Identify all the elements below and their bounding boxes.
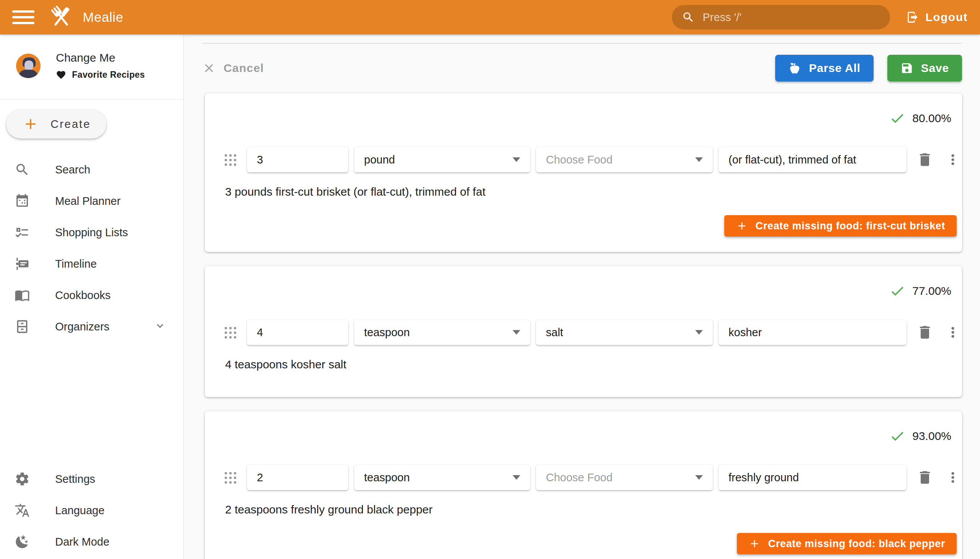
dropdown-arrow-icon — [695, 475, 703, 480]
drag-handle-icon[interactable] — [223, 471, 237, 485]
more-options-button[interactable] — [945, 470, 961, 486]
logout-label: Logout — [925, 11, 968, 24]
sidebar-item-label: Timeline — [55, 258, 97, 270]
drag-handle-icon[interactable] — [223, 326, 237, 339]
unit-select[interactable]: teaspoon — [354, 320, 530, 345]
sidebar-item-label: Language — [55, 504, 104, 517]
menu-icon[interactable] — [12, 10, 35, 24]
ingredient-card: 93.00% teaspoon Choose Food — [205, 411, 962, 559]
note-input[interactable] — [719, 320, 907, 345]
food-placeholder: Choose Food — [546, 154, 613, 166]
delete-ingredient-button[interactable] — [916, 324, 933, 341]
book-icon — [15, 288, 30, 303]
dropdown-arrow-icon — [512, 157, 520, 162]
create-missing-food-button[interactable]: Create missing food: first-cut brisket — [724, 215, 957, 237]
sidebar-footer-nav: Settings Language Dark Mode — [0, 463, 183, 559]
sidebar-item-label: Search — [55, 164, 90, 176]
ingredient-card-list: 80.00% pound Choose Food — [205, 93, 962, 559]
unit-select[interactable]: teaspoon — [354, 465, 530, 490]
drag-handle-icon[interactable] — [223, 153, 237, 167]
save-button[interactable]: Save — [887, 55, 962, 81]
save-label: Save — [921, 62, 949, 74]
original-ingredient-text: 2 teaspoons freshly ground black pepper — [225, 503, 962, 516]
sidebar-item-dark-mode[interactable]: Dark Mode — [0, 526, 183, 557]
sidebar-item-label: Organizers — [55, 321, 109, 333]
sidebar-item-shopping-lists[interactable]: Shopping Lists — [0, 217, 183, 248]
favorite-recipes-link[interactable]: Favorite Recipes — [56, 70, 145, 80]
sidebar-item-label: Settings — [55, 473, 95, 486]
user-name: Change Me — [56, 51, 145, 64]
sidebar-item-search[interactable]: Search — [0, 154, 183, 185]
sidebar-item-settings[interactable]: Settings — [0, 463, 183, 495]
amount-input[interactable] — [247, 320, 349, 345]
create-missing-food-label: Create missing food: black pepper — [768, 538, 945, 550]
missing-food-row: Create missing food: black pepper — [205, 533, 962, 554]
ingredient-card: 77.00% teaspoon salt — [205, 266, 962, 397]
ingredient-card: 80.00% pound Choose Food — [205, 93, 962, 252]
food-select[interactable]: salt — [536, 320, 713, 345]
timeline-icon — [15, 256, 30, 271]
dropdown-arrow-icon — [695, 157, 703, 162]
more-options-button[interactable] — [945, 324, 961, 341]
search-icon — [682, 11, 695, 24]
calendar-icon — [15, 194, 30, 209]
food-select[interactable]: Choose Food — [536, 465, 713, 490]
unit-value: teaspoon — [364, 326, 410, 339]
user-block[interactable]: Change Me Favorite Recipes — [0, 35, 183, 80]
missing-food-row: Create missing food: first-cut brisket — [205, 215, 962, 237]
sidebar-item-meal-planner[interactable]: Meal Planner — [0, 185, 183, 217]
amount-input[interactable] — [247, 465, 349, 490]
amount-field — [247, 465, 349, 490]
create-button[interactable]: Create — [6, 109, 106, 139]
search-input[interactable] — [702, 11, 880, 24]
parse-all-label: Parse All — [809, 62, 861, 74]
confidence-row: 93.00% — [205, 428, 962, 444]
sidebar-item-organizers[interactable]: Organizers — [0, 311, 183, 342]
note-input[interactable] — [719, 147, 907, 172]
ingredient-fields-row: teaspoon salt — [205, 320, 962, 345]
sidebar-item-label: Shopping Lists — [55, 226, 128, 239]
sidebar-item-language[interactable]: Language — [0, 495, 183, 526]
food-value: salt — [546, 326, 563, 339]
food-select[interactable]: Choose Food — [536, 147, 713, 172]
check-icon — [889, 110, 906, 126]
moon-icon — [15, 534, 30, 549]
logout-button[interactable]: Logout — [906, 11, 968, 24]
confidence-value: 80.00% — [912, 112, 951, 125]
dropdown-arrow-icon — [512, 330, 520, 335]
delete-ingredient-button[interactable] — [916, 469, 933, 486]
sidebar-item-cookbooks[interactable]: Cookbooks — [0, 280, 183, 311]
sidebar-item-label: Dark Mode — [55, 536, 109, 548]
note-field — [719, 465, 907, 490]
confidence-row: 77.00% — [205, 283, 962, 299]
amount-input[interactable] — [247, 147, 349, 172]
dots-vertical-icon — [945, 152, 961, 168]
search-icon — [15, 162, 30, 177]
avatar — [16, 54, 41, 78]
checklist-icon — [15, 225, 30, 240]
note-field — [719, 320, 907, 345]
dropdown-arrow-icon — [695, 330, 703, 335]
cancel-button[interactable]: Cancel — [202, 61, 264, 75]
note-input[interactable] — [719, 465, 907, 490]
note-field — [719, 147, 907, 172]
parse-all-button[interactable]: Parse All — [775, 55, 874, 81]
amount-field — [247, 147, 349, 172]
unit-select[interactable]: pound — [354, 147, 530, 172]
create-missing-food-button[interactable]: Create missing food: black pepper — [737, 533, 957, 554]
more-options-button[interactable] — [945, 152, 961, 168]
sidebar-divider — [0, 99, 183, 99]
sidebar-item-label: Meal Planner — [55, 195, 121, 208]
dots-vertical-icon — [945, 324, 961, 341]
chevron-down-icon — [154, 319, 167, 334]
unit-value: teaspoon — [364, 471, 410, 484]
logout-icon — [906, 11, 919, 24]
sidebar-item-timeline[interactable]: Timeline — [0, 248, 183, 280]
plus-icon — [22, 116, 39, 132]
save-icon — [901, 62, 913, 74]
delete-ingredient-button[interactable] — [916, 151, 933, 168]
gear-icon — [15, 471, 30, 487]
global-search[interactable] — [672, 5, 890, 30]
trash-icon — [916, 151, 933, 168]
translate-icon — [15, 503, 30, 518]
